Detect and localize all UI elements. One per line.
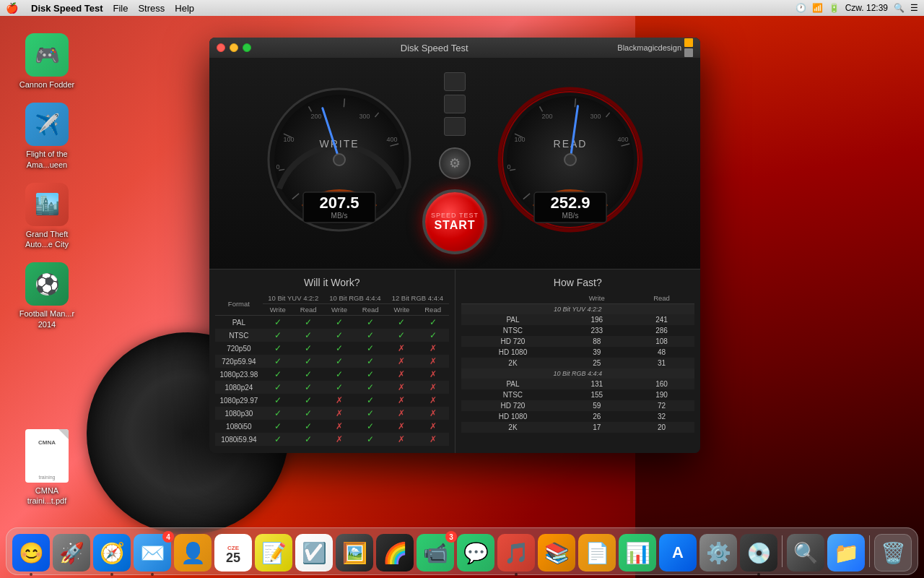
table-row: 2K 25 31 xyxy=(461,358,695,368)
desktop-icon-pdf[interactable]: CMNA training CMNA traini...t.pdf xyxy=(14,426,79,509)
check-cell: ✓ xyxy=(263,329,293,342)
check-cell: ✗ xyxy=(386,342,417,355)
dock-mail[interactable]: ✉️4 xyxy=(134,534,171,571)
check-cell: ✓ xyxy=(354,420,386,433)
settings-gear-button[interactable]: ⚙ xyxy=(439,147,471,179)
th-write-3: Write xyxy=(386,304,417,316)
table-row: 2K 17 20 xyxy=(461,422,695,433)
dock-ibooks[interactable]: 📚 xyxy=(538,534,575,571)
window-close-button[interactable] xyxy=(217,43,225,52)
desktop-icon-flight[interactable]: ✈️ Flight of the Ama...ueen xyxy=(14,100,79,173)
format-cell: HD 1080 xyxy=(461,347,565,358)
window-maximize-button[interactable] xyxy=(243,43,251,52)
check-cell: ✓ xyxy=(354,316,386,329)
center-square-3 xyxy=(444,117,466,136)
dock-pages[interactable]: 📄 xyxy=(578,534,616,571)
dock-finder[interactable]: 😊 xyxy=(12,534,50,571)
dock-trash[interactable]: 🗑️ xyxy=(874,534,912,571)
window-minimize-button[interactable] xyxy=(230,43,238,52)
desktop-icon-cannon-fodder[interactable]: 🎮 Cannon Fodder xyxy=(14,30,79,92)
apple-menu[interactable]: 🍎 xyxy=(6,2,18,14)
format-cell: 1080i50 xyxy=(215,420,263,433)
table-row: NTSC 233 286 xyxy=(461,325,695,336)
dock-system-prefs[interactable]: ⚙️ xyxy=(699,534,737,571)
menu-wifi-icon: 📶 xyxy=(812,3,823,13)
menu-search-icon[interactable]: 🔍 xyxy=(894,3,905,13)
read-cell: 286 xyxy=(629,325,694,336)
menu-bar-left: 🍎 Disk Speed Test File Stress Help xyxy=(6,2,194,14)
dock-calendar[interactable]: CZE25 xyxy=(214,534,252,571)
check-cell: ✓ xyxy=(293,433,324,446)
th-10bit-yuv: 10 Bit YUV 4:2:2 xyxy=(263,293,324,304)
table-row: NTSC 155 190 xyxy=(461,389,695,400)
window-titlebar: Disk Speed Test Blackmagicdesign xyxy=(209,38,700,58)
svg-point-37 xyxy=(565,154,576,165)
format-cell: 1080p29.97 xyxy=(215,394,263,407)
dock-reminders[interactable]: ☑️ xyxy=(295,534,333,571)
menu-help[interactable]: Help xyxy=(175,3,194,14)
write-cell: 233 xyxy=(565,325,629,336)
dock-facetime[interactable]: 📹3 xyxy=(417,534,454,571)
table-row: 720p59.94✓✓✓✓✗✗ xyxy=(215,355,449,368)
format-cell: HD 1080 xyxy=(461,411,565,422)
format-cell: HD 720 xyxy=(461,336,565,347)
icon-label-cannon-fodder: Cannon Fodder xyxy=(19,79,74,90)
check-cell: ✗ xyxy=(386,394,417,407)
write-cell: 25 xyxy=(565,358,629,368)
section-header-cell: 10 Bit YUV 4:2:2 xyxy=(461,304,695,315)
table-row: PAL 131 160 xyxy=(461,379,695,389)
menu-file[interactable]: File xyxy=(113,3,128,14)
center-column: ⚙ SPEED TEST START xyxy=(419,72,491,254)
format-cell: 2K xyxy=(461,422,565,433)
table-row: 1080p29.97✓✓✗✓✗✗ xyxy=(215,394,449,407)
table-row: PAL✓✓✓✓✓✓ xyxy=(215,316,449,329)
check-cell: ✓ xyxy=(324,355,355,368)
menu-bar: 🍎 Disk Speed Test File Stress Help 🕐 📶 🔋… xyxy=(0,0,924,16)
dock-notes[interactable]: 📝 xyxy=(255,534,292,571)
dock-spotlight[interactable]: 🔍 xyxy=(787,534,824,571)
write-cell: 59 xyxy=(565,400,629,411)
table-row: 720p50✓✓✓✓✗✗ xyxy=(215,342,449,355)
menu-stress[interactable]: Stress xyxy=(138,3,165,14)
check-cell: ✗ xyxy=(386,433,417,446)
table-row: 1080i50✓✓✗✓✗✗ xyxy=(215,420,449,433)
dock-messages[interactable]: 💬 xyxy=(457,534,494,571)
dock-itunes[interactable]: 🎵 xyxy=(497,534,535,571)
menu-list-icon[interactable]: ☰ xyxy=(910,3,918,13)
table-row: 1080i59.94✓✓✗✓✗✗ xyxy=(215,433,449,446)
svg-text:READ: READ xyxy=(554,138,588,150)
dock-appstore[interactable]: A xyxy=(659,534,697,571)
desktop-icon-football[interactable]: ⚽ Football Man...r 2014 xyxy=(14,259,79,332)
dock-safari[interactable]: 🧭 xyxy=(93,534,131,571)
svg-text:100: 100 xyxy=(514,136,525,143)
th-hf-format xyxy=(461,293,565,304)
check-cell: ✗ xyxy=(386,368,417,381)
th-format: Format xyxy=(215,293,263,316)
check-cell: ✓ xyxy=(293,407,324,420)
check-cell: ✓ xyxy=(293,420,324,433)
menu-battery-icon: 🔋 xyxy=(829,3,840,13)
dock: 😊 🚀 🧭 ✉️4 👤 CZE25 📝 ☑️ 🖼️ 🌈 📹3 💬 🎵 📚 📄 📊… xyxy=(6,527,918,575)
dock-active-dot xyxy=(30,573,32,576)
dock-contacts[interactable]: 👤 xyxy=(174,534,212,571)
check-cell: ✓ xyxy=(324,316,355,329)
dock-photos[interactable]: 🌈 xyxy=(376,534,414,571)
check-cell: ✗ xyxy=(386,381,417,394)
start-button[interactable]: SPEED TEST START xyxy=(422,189,487,254)
dock-photo-viewer[interactable]: 🖼️ xyxy=(336,534,373,571)
check-cell: ✗ xyxy=(417,407,449,420)
dock-launchpad[interactable]: 🚀 xyxy=(53,534,90,571)
th-write-2: Write xyxy=(324,304,355,316)
dock-numbers[interactable]: 📊 xyxy=(619,534,656,571)
desktop-icon-gta[interactable]: 🏙️ Grand Theft Auto...e City xyxy=(14,180,79,253)
table-row: 1080p23.98✓✓✓✓✗✗ xyxy=(215,368,449,381)
desktop: 🎮 Cannon Fodder ✈️ Flight of the Ama...u… xyxy=(0,16,924,578)
dock-disk-diag[interactable]: 💿 xyxy=(740,534,777,571)
check-cell: ✓ xyxy=(293,381,324,394)
check-cell: ✓ xyxy=(263,355,293,368)
menu-app-name[interactable]: Disk Speed Test xyxy=(31,3,103,14)
check-cell: ✗ xyxy=(324,394,355,407)
dock-folder[interactable]: 📁 xyxy=(827,534,865,571)
write-cell: 39 xyxy=(565,347,629,358)
check-cell: ✓ xyxy=(354,368,386,381)
